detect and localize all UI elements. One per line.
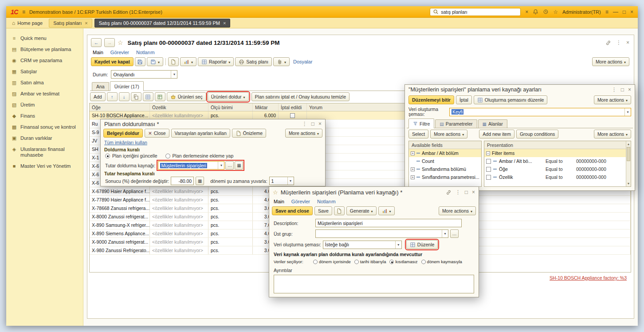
factory-percentage-link[interactable]: SH-10 BOSCH Appliance factory: %3 — [550, 275, 627, 281]
close-tab-icon[interactable]: × — [223, 20, 226, 26]
filter-item-row[interactable]: Özellik Equal to 00000000-000 — [484, 173, 631, 181]
description-field[interactable]: Müşterilerin siparişleri — [315, 219, 462, 227]
close-tab-icon[interactable]: × — [85, 20, 87, 26]
filter-use-checkbox[interactable] — [486, 175, 491, 180]
nav-notes[interactable]: Notlarım — [136, 50, 155, 55]
expand-icon[interactable] — [411, 175, 415, 179]
maximize-icon[interactable]: □ — [465, 189, 468, 195]
more-icon[interactable]: ⋮ — [612, 87, 617, 93]
more-actions-button[interactable]: More actions — [594, 95, 631, 104]
copy-row-button[interactable] — [131, 92, 141, 101]
schema-combo[interactable]: İsteğe bağlı — [323, 241, 402, 249]
minimize-button[interactable]: — — [613, 9, 618, 15]
tab-parameters[interactable]: ▤Parametreler — [435, 119, 477, 128]
close-icon[interactable]: × — [628, 87, 631, 93]
dropdown-caret-icon[interactable] — [218, 162, 224, 169]
select-button[interactable]: Select — [408, 130, 428, 138]
fill-source-field[interactable]: Müşterilerin siparişleri — [158, 161, 224, 170]
sidebar-item[interactable]: ▧ Üretim — [6, 99, 83, 111]
get-link-icon[interactable] — [605, 40, 611, 46]
history-icon[interactable] — [543, 9, 549, 15]
tab-filter[interactable]: Filtre — [408, 119, 434, 128]
favorites-star-icon[interactable]: ☆ — [553, 9, 558, 15]
scroll-up-icon[interactable]: ▲ — [626, 142, 631, 146]
preview-button[interactable]: Önizleme — [232, 129, 266, 138]
sidebar-item[interactable]: ◆ Finans — [6, 111, 83, 122]
edit-schema-button[interactable]: Düzenle — [406, 240, 438, 249]
filter-use-checkbox[interactable] — [486, 167, 491, 172]
attachments-button[interactable] — [273, 57, 290, 66]
post-document-button[interactable] — [147, 57, 163, 66]
more-icon[interactable]: ⋮ — [456, 189, 461, 195]
expand-icon[interactable] — [411, 167, 415, 171]
document-button[interactable] — [334, 206, 345, 215]
sidebar-item[interactable]: ◈ Uluslararası finansal muhasebe — [6, 144, 83, 161]
edit-composition-schema-button[interactable]: Oluşturma şemasını düzenle — [474, 95, 548, 104]
maximize-icon[interactable]: □ — [311, 121, 314, 127]
sidebar-item[interactable]: ≡ Quick menu — [6, 33, 83, 44]
form-more-icon[interactable]: ⋮ — [616, 40, 621, 46]
period-option-radio[interactable] — [389, 260, 394, 264]
favorite-star-icon[interactable]: ☆ — [118, 39, 123, 46]
notifications-bell-icon[interactable] — [533, 9, 538, 15]
use-default-settings-button[interactable]: Varsayılan ayarları kullan — [171, 129, 230, 138]
period-option-radio[interactable] — [354, 260, 359, 264]
save-and-close-button[interactable]: Kaydet ve kapat — [91, 57, 134, 66]
period-option-radio[interactable] — [313, 260, 318, 264]
col-qty[interactable]: Miktar — [253, 103, 279, 111]
col-unit[interactable]: Ölçü birimi — [208, 103, 253, 111]
left-more-actions-button[interactable]: More actions — [430, 130, 467, 138]
cancel-line-button[interactable]: Plan satırını iptal et / Onay kutusunu t… — [251, 92, 349, 101]
filter-use-checkbox[interactable] — [486, 159, 491, 164]
forward-button[interactable]: → — [104, 38, 115, 47]
dropdown-caret-icon[interactable] — [395, 241, 401, 249]
expand-icon[interactable] — [411, 151, 415, 155]
col-item[interactable]: Öğe — [90, 103, 150, 111]
maximize-icon[interactable]: □ — [621, 87, 624, 93]
filter-items-root[interactable]: Filter items — [484, 149, 631, 157]
scrollbar-thumb[interactable] — [627, 147, 630, 161]
nav-tasks[interactable]: Görevler — [291, 199, 310, 204]
more-actions-button[interactable]: More actions — [592, 57, 629, 66]
form-close-icon[interactable]: × — [626, 40, 629, 46]
sidebar-item[interactable]: ▤ Bütçeleme ve planlama — [6, 44, 83, 55]
available-field-item[interactable]: Count — [409, 157, 481, 165]
schema-combo[interactable]: Keyfi — [449, 108, 631, 116]
select-products-button[interactable]: Ürünleri seç — [167, 92, 206, 101]
cancel-button[interactable]: İptal — [456, 95, 472, 104]
nav-main[interactable]: Main — [93, 50, 103, 55]
fill-document-button[interactable]: Belgeyi doldur — [103, 129, 143, 138]
more-icon[interactable]: ⋮ — [302, 121, 307, 127]
fill-products-button[interactable]: Ürünleri doldur — [208, 92, 249, 101]
update-plan-radio[interactable] — [105, 154, 110, 158]
tab-ana[interactable]: Ana — [92, 82, 109, 91]
open-list-button[interactable]: ▦ — [235, 161, 243, 170]
global-search[interactable] — [430, 8, 521, 16]
save-button[interactable] — [135, 57, 145, 66]
filter-item-row[interactable]: Öğe Equal to 00000000-000 — [484, 165, 631, 173]
available-field-item[interactable]: Ambar / Alt bölüm — [409, 149, 481, 157]
add-new-item-button[interactable]: Add new item — [479, 130, 514, 138]
round-period-combo[interactable]: 1 — [269, 177, 294, 185]
generate-button[interactable]: Generate — [346, 206, 377, 215]
more-actions-button[interactable]: More actions — [285, 129, 322, 138]
right-more-actions-button[interactable]: More actions — [594, 130, 631, 138]
tab-fields[interactable]: ▦Alanlar — [478, 119, 507, 128]
files-link[interactable]: Dosyalar — [293, 59, 312, 64]
calculator-button[interactable]: ▦ — [196, 177, 204, 185]
dropdown-caret-icon[interactable] — [287, 177, 294, 185]
sidebar-item[interactable]: ◉ CRM ve pazarlama — [6, 55, 83, 66]
window-tab[interactable]: Satış planı 00-00000037 dated 12/31/2014… — [94, 19, 231, 28]
available-field-item[interactable]: Sınıflandırma parametresi... — [409, 173, 481, 181]
window-tab[interactable]: Satış planları × — [49, 19, 92, 28]
dropdown-caret-icon[interactable] — [624, 108, 631, 116]
parent-group-combo[interactable] — [315, 229, 448, 238]
sidebar-item[interactable]: ▥ Satın alma — [6, 77, 83, 88]
search-input[interactable] — [441, 9, 518, 15]
list-settings-button[interactable] — [143, 92, 153, 101]
search-clear-icon[interactable]: × — [525, 9, 528, 15]
move-up-button[interactable]: ↑ — [107, 92, 118, 101]
status-combo[interactable]: Onaylandı — [111, 70, 177, 79]
filter-item-row[interactable]: Ambar / Alt bö... Equal to 00000000-000 — [484, 157, 631, 165]
hamburger-menu-icon[interactable]: ≡ — [22, 9, 25, 15]
